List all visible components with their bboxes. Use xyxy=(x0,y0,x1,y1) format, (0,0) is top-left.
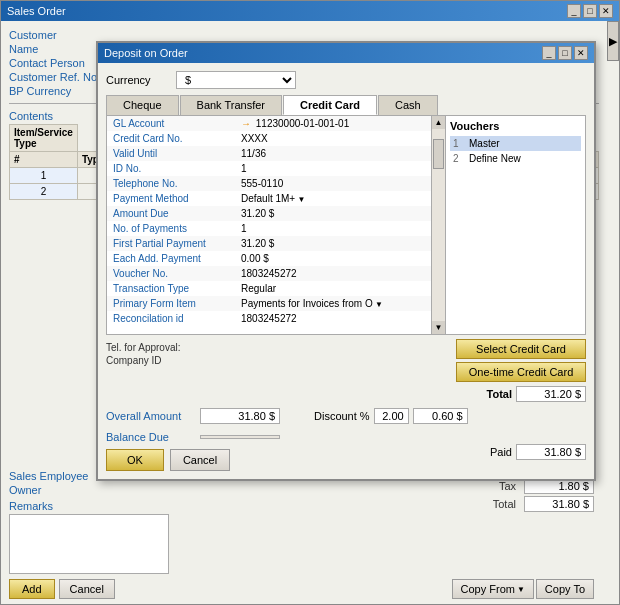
col-header-item: Item/Service Type xyxy=(10,125,78,152)
discount-pct-label: Discount % xyxy=(314,410,370,422)
sidebar-arrow-icon: ▶ xyxy=(609,35,617,48)
customer-label[interactable]: Customer xyxy=(9,29,119,41)
vouchers-panel: Vouchers 1Master2Define New xyxy=(445,116,585,334)
tab-cash-label: Cash xyxy=(395,99,421,111)
cancel-button[interactable]: Cancel xyxy=(170,449,230,471)
voucher-row-0[interactable]: 1Master xyxy=(450,136,581,151)
deposit-title: Deposit on Order xyxy=(104,47,188,59)
credit-card-fields: GL Account→ 11230000-01-001-01Credit Car… xyxy=(107,116,431,326)
tab-bank-transfer[interactable]: Bank Transfer xyxy=(180,95,282,115)
scroll-track[interactable] xyxy=(432,129,445,321)
deposit-maximize-btn[interactable]: □ xyxy=(558,46,572,60)
fields-scrollbar[interactable]: ▲ ▼ xyxy=(431,116,445,334)
field-value-13: 1803245272 xyxy=(237,311,431,326)
vouchers-table: 1Master2Define New xyxy=(450,136,581,166)
gl-arrow-icon-0: → xyxy=(241,118,254,129)
currency-row: Currency $ xyxy=(106,71,586,89)
sales-order-title: Sales Order xyxy=(7,5,66,17)
total-summary-label: Total xyxy=(493,498,516,510)
deposit-titlebar-controls: _ □ ✕ xyxy=(542,46,588,60)
select-credit-card-button[interactable]: Select Credit Card xyxy=(456,339,586,359)
field-label-10: Voucher No. xyxy=(107,266,237,281)
field-value-2: 11/36 xyxy=(237,146,431,161)
dropdown-arrow-icon-12: ▼ xyxy=(373,300,383,309)
field-label-0: GL Account xyxy=(107,116,237,131)
currency-label: Currency xyxy=(106,74,176,86)
vouchers-label: Vouchers xyxy=(450,120,581,132)
field-value-1: XXXX xyxy=(237,131,431,146)
sales-order-titlebar: Sales Order _ □ ✕ xyxy=(1,1,619,21)
overall-amount-label: Overall Amount xyxy=(106,410,196,422)
scroll-thumb[interactable] xyxy=(433,139,444,169)
discount-value-input[interactable] xyxy=(413,408,468,424)
paid-row: Paid 31.80 $ xyxy=(490,444,586,460)
tab-cash[interactable]: Cash xyxy=(378,95,438,115)
field-value-0: → 11230000-01-001-01 xyxy=(237,116,431,131)
customer-field: Customer xyxy=(9,29,599,41)
field-value-12: Payments for Invoices from O ▼ xyxy=(237,296,431,311)
action-buttons-row: Tel. for Approval: Company ID Select Cre… xyxy=(106,339,586,382)
deposit-minimize-btn[interactable]: _ xyxy=(542,46,556,60)
field-value-10: 1803245272 xyxy=(237,266,431,281)
close-button[interactable]: ✕ xyxy=(599,4,613,18)
field-value-5: Default 1M+ ▼ xyxy=(237,191,431,206)
cancel-main-button[interactable]: Cancel xyxy=(59,579,115,599)
field-label-2: Valid Until xyxy=(107,146,237,161)
copy-from-button[interactable]: Copy From ▼ xyxy=(452,579,534,599)
deposit-close-btn[interactable]: ✕ xyxy=(574,46,588,60)
owner-label[interactable]: Owner xyxy=(9,484,119,496)
sidebar-arrow[interactable]: ▶ xyxy=(607,21,619,61)
maximize-button[interactable]: □ xyxy=(583,4,597,18)
field-label-5: Payment Method xyxy=(107,191,237,206)
remarks-box[interactable] xyxy=(9,514,169,574)
voucher-name-0: Master xyxy=(466,136,581,151)
discount-pct-input[interactable] xyxy=(374,408,409,424)
field-label-4: Telephone No. xyxy=(107,176,237,191)
sales-order-window: Sales Order _ □ ✕ ▶ Customer Name Contac… xyxy=(0,0,620,605)
field-value-3: 1 xyxy=(237,161,431,176)
deposit-titlebar: Deposit on Order _ □ ✕ xyxy=(98,43,594,63)
overall-amount-input[interactable] xyxy=(200,408,280,424)
field-value-4: 555-0110 xyxy=(237,176,431,191)
remarks-label: Remarks xyxy=(9,500,169,512)
voucher-row-1[interactable]: 2Define New xyxy=(450,151,581,166)
tab-cheque[interactable]: Cheque xyxy=(106,95,179,115)
titlebar-controls: _ □ ✕ xyxy=(567,4,613,18)
field-label-11: Transaction Type xyxy=(107,281,237,296)
tab-bank-transfer-label: Bank Transfer xyxy=(197,99,265,111)
dialog-buttons: OK Cancel xyxy=(106,449,280,471)
currency-select[interactable]: $ xyxy=(176,71,296,89)
field-value-9: 0.00 $ xyxy=(237,251,431,266)
balance-due-value xyxy=(200,435,280,439)
ok-button[interactable]: OK xyxy=(106,449,164,471)
scroll-up-arrow[interactable]: ▲ xyxy=(433,116,445,129)
fields-panel: GL Account→ 11230000-01-001-01Credit Car… xyxy=(107,116,431,334)
field-label-3: ID No. xyxy=(107,161,237,176)
voucher-num-1: 2 xyxy=(450,151,466,166)
onetime-credit-card-button[interactable]: One-time Credit Card xyxy=(456,362,586,382)
col-num: # xyxy=(10,152,78,168)
paid-value: 31.80 $ xyxy=(516,444,586,460)
tab-credit-card-label: Credit Card xyxy=(300,99,360,111)
tab-content-area: GL Account→ 11230000-01-001-01Credit Car… xyxy=(106,115,586,335)
approval-info: Tel. for Approval: Company ID xyxy=(106,339,452,382)
minimize-button[interactable]: _ xyxy=(567,4,581,18)
row-1-num: 1 xyxy=(10,168,78,184)
copy-to-button[interactable]: Copy To xyxy=(536,579,594,599)
add-button[interactable]: Add xyxy=(9,579,55,599)
so-bottom-buttons: Add Cancel Copy From ▼ Copy To xyxy=(9,579,594,599)
deposit-body: Currency $ Cheque Bank Transfer Credit C… xyxy=(98,63,594,479)
so-bottom-left: Sales Employee Owner Remarks xyxy=(9,470,169,574)
company-id-label: Company ID xyxy=(106,355,452,366)
cc-action-buttons: Select Credit Card One-time Credit Card xyxy=(456,339,586,382)
field-label-13: Reconcilation id xyxy=(107,311,237,326)
paid-label: Paid xyxy=(490,446,512,458)
field-value-7: 1 xyxy=(237,221,431,236)
tab-credit-card[interactable]: Credit Card xyxy=(283,95,377,115)
field-value-8: 31.20 $ xyxy=(237,236,431,251)
balance-due-label: Balance Due xyxy=(106,431,196,443)
scroll-down-arrow[interactable]: ▼ xyxy=(433,321,445,334)
field-label-9: Each Add. Payment xyxy=(107,251,237,266)
total-summary-value: 31.80 $ xyxy=(524,496,594,512)
total-label: Total xyxy=(487,388,512,400)
